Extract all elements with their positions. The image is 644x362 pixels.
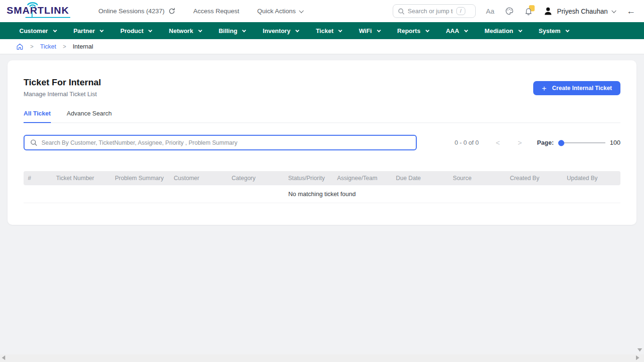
breadcrumb-link-ticket[interactable]: Ticket bbox=[40, 43, 56, 50]
chevron-down-icon bbox=[518, 28, 522, 32]
tab-advance-search[interactable]: Advance Search bbox=[67, 110, 112, 123]
chevron-down-icon bbox=[565, 28, 569, 32]
plus-icon: + bbox=[542, 84, 546, 92]
online-sessions-label: Online Sessions (4237) bbox=[99, 8, 165, 15]
column-header: Updated By bbox=[562, 175, 620, 181]
page-size-slider[interactable] bbox=[558, 140, 605, 146]
nav-item-reports[interactable]: Reports bbox=[397, 27, 429, 34]
next-page-button[interactable]: > bbox=[514, 139, 526, 147]
create-button-label: Create Internal Ticket bbox=[552, 85, 612, 91]
column-header: Problem Summary bbox=[111, 175, 170, 181]
nav-item-label: Mediation bbox=[485, 27, 513, 34]
nav-item-label: Billing bbox=[219, 27, 238, 34]
pagination-range: 0 - 0 of 0 bbox=[454, 139, 479, 146]
nav-item-wifi[interactable]: WiFi bbox=[359, 27, 380, 34]
pagination: 0 - 0 of 0 < > Page: 100 bbox=[454, 139, 620, 147]
nav-item-product[interactable]: Product bbox=[120, 27, 151, 34]
column-header: Customer bbox=[170, 175, 228, 181]
user-name: Priyesh Chauhan bbox=[557, 8, 608, 15]
nav-item-label: System bbox=[539, 27, 561, 34]
column-header: Source bbox=[449, 175, 506, 181]
ticket-list-card: Ticket For Internal Manage Internal Tick… bbox=[8, 60, 636, 225]
nav-item-label: WiFi bbox=[359, 27, 372, 34]
main-navbar: CustomerPartnerProductNetworkBillingInve… bbox=[0, 22, 644, 39]
search-icon bbox=[398, 8, 405, 15]
global-search-input[interactable] bbox=[408, 8, 453, 15]
refresh-icon[interactable] bbox=[168, 8, 175, 15]
page-title: Ticket For Internal bbox=[24, 77, 101, 88]
chevron-down-icon bbox=[100, 28, 104, 32]
avatar-icon bbox=[543, 6, 553, 16]
nav-item-label: Customer bbox=[19, 27, 48, 34]
column-header: # bbox=[24, 175, 52, 181]
nav-item-label: Reports bbox=[397, 27, 421, 34]
search-icon bbox=[30, 139, 37, 146]
column-header: Ticket Number bbox=[52, 175, 111, 181]
breadcrumb-current-internal: Internal bbox=[73, 43, 93, 50]
nav-item-network[interactable]: Network bbox=[169, 27, 201, 34]
quick-actions-menu[interactable]: Quick Actions bbox=[257, 8, 303, 15]
nav-item-mediation[interactable]: Mediation bbox=[485, 27, 521, 34]
chevron-down-icon bbox=[242, 28, 246, 32]
chevron-down-icon bbox=[149, 28, 152, 32]
top-header: SMARTLINK Online Sessions (4237) Access … bbox=[0, 0, 644, 22]
logo-underline-tick bbox=[32, 12, 33, 18]
column-header: Category bbox=[227, 175, 284, 181]
ticket-search-input[interactable] bbox=[41, 140, 410, 146]
nav-item-aaa[interactable]: AAA bbox=[446, 27, 467, 34]
theme-palette-icon[interactable] bbox=[505, 7, 514, 16]
table-header-row: #Ticket NumberProblem SummaryCustomerCat… bbox=[24, 171, 620, 185]
chevron-down-icon bbox=[377, 28, 380, 32]
font-size-toggle[interactable]: Aa bbox=[486, 8, 495, 15]
scroll-right-arrow-icon[interactable] bbox=[636, 355, 639, 360]
tabs: All TicketAdvance Search bbox=[24, 110, 620, 123]
nav-item-label: Partner bbox=[74, 27, 95, 34]
scroll-down-arrow-icon[interactable] bbox=[637, 348, 642, 352]
access-request-link[interactable]: Access Request bbox=[193, 8, 239, 15]
nav-item-inventory[interactable]: Inventory bbox=[263, 27, 298, 34]
chevron-down-icon bbox=[53, 28, 57, 32]
slider-thumb[interactable] bbox=[558, 140, 564, 146]
nav-item-label: Product bbox=[120, 27, 143, 34]
nav-item-label: Network bbox=[169, 27, 193, 34]
nav-item-partner[interactable]: Partner bbox=[74, 27, 103, 34]
nav-item-label: Inventory bbox=[263, 27, 290, 34]
breadcrumb: > Ticket > Internal bbox=[0, 39, 644, 54]
chevron-down-icon bbox=[295, 28, 299, 32]
nav-item-label: Ticket bbox=[316, 27, 333, 34]
nav-item-customer[interactable]: Customer bbox=[19, 27, 56, 34]
main-content: Ticket For Internal Manage Internal Tick… bbox=[0, 54, 644, 231]
quick-actions-label: Quick Actions bbox=[257, 8, 296, 15]
home-icon[interactable] bbox=[16, 43, 24, 50]
ticket-search[interactable] bbox=[24, 135, 417, 150]
create-internal-ticket-button[interactable]: + Create Internal Ticket bbox=[533, 81, 620, 95]
chevron-down-icon bbox=[299, 8, 304, 13]
smartlink-logo[interactable]: SMARTLINK bbox=[5, 2, 74, 20]
empty-message: No matching ticket found bbox=[288, 190, 355, 197]
tab-all-ticket[interactable]: All Ticket bbox=[24, 110, 51, 123]
global-search[interactable]: / bbox=[393, 4, 476, 18]
column-header: Status/Priority bbox=[284, 175, 333, 181]
page-subtitle: Manage Internal Ticket List bbox=[24, 90, 101, 98]
chevron-down-icon bbox=[339, 28, 342, 32]
back-arrow-icon[interactable]: ← bbox=[627, 6, 636, 16]
nav-item-system[interactable]: System bbox=[539, 27, 569, 34]
slider-track bbox=[558, 142, 605, 143]
nav-item-billing[interactable]: Billing bbox=[219, 27, 246, 34]
breadcrumb-separator-icon: > bbox=[30, 43, 33, 50]
access-request-label: Access Request bbox=[193, 8, 239, 15]
notifications-bell-icon[interactable] bbox=[524, 7, 533, 16]
column-header: Assignee/Team bbox=[333, 175, 392, 181]
ticket-table: #Ticket NumberProblem SummaryCustomerCat… bbox=[24, 171, 620, 203]
online-sessions[interactable]: Online Sessions (4237) bbox=[99, 8, 175, 15]
nav-item-ticket[interactable]: Ticket bbox=[316, 27, 341, 34]
horizontal-scrollbar[interactable] bbox=[0, 354, 644, 362]
page-size-value: 100 bbox=[610, 139, 620, 146]
table-empty-row: No matching ticket found bbox=[24, 185, 620, 203]
previous-page-button[interactable]: < bbox=[492, 139, 504, 147]
slash-shortcut-badge: / bbox=[456, 7, 465, 15]
scroll-left-arrow-icon[interactable] bbox=[2, 355, 5, 360]
user-menu[interactable]: Priyesh Chauhan bbox=[543, 6, 615, 16]
wifi-icon bbox=[26, 1, 39, 8]
column-header: Due Date bbox=[392, 175, 449, 181]
